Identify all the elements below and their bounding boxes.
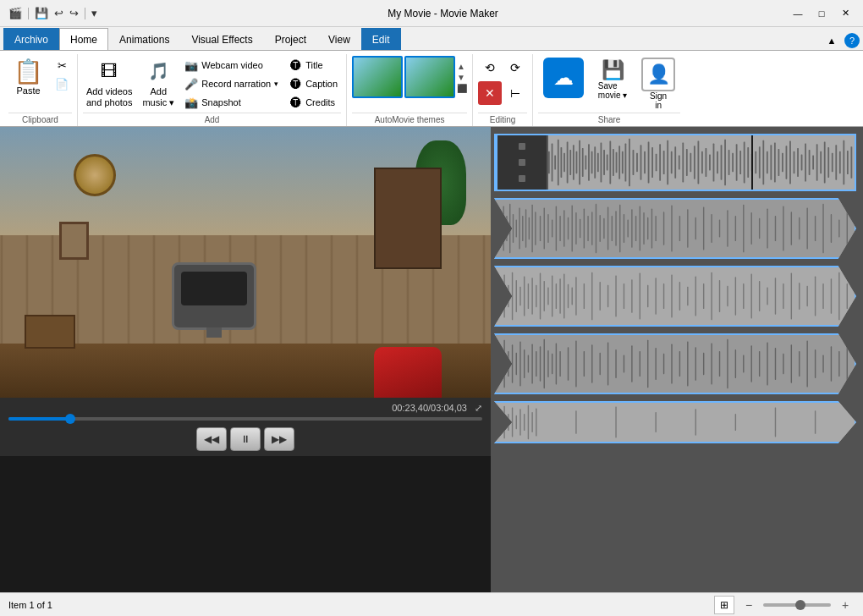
clipboard-content[interactable]: 📋 Paste ✂ 📄 <box>8 54 72 113</box>
help-button[interactable]: ? <box>844 33 860 48</box>
add-videos-button[interactable]: 🎞 Add videosand photos <box>83 56 135 110</box>
title-button[interactable]: 🅣 Title <box>285 56 341 74</box>
theme-item-sky[interactable] <box>352 56 403 98</box>
add-content[interactable]: 🎞 Add videosand photos 🎵 Addmusic ▾ 📷 We… <box>83 54 341 113</box>
record-narration-button[interactable]: 🎤 Record narration ▾ <box>181 74 282 93</box>
timeline-scroll[interactable] <box>491 127 863 592</box>
rotate-right-button[interactable]: ⟳ <box>503 56 527 80</box>
window-controls[interactable]: — □ ✕ <box>787 5 856 22</box>
svg-rect-238 <box>671 344 672 383</box>
svg-rect-205 <box>831 278 832 314</box>
share-col[interactable]: 💾 Savemovie ▾ <box>592 56 633 102</box>
window-title: My Movie - Movie Maker <box>99 8 787 19</box>
sign-in-button[interactable]: 👤 Signin <box>636 56 680 112</box>
tab-home[interactable]: Home <box>59 28 108 50</box>
timeline-clip-3[interactable] <box>494 266 856 327</box>
save-qat-button[interactable]: 💾 <box>33 5 50 21</box>
timeline-clip-5[interactable] <box>494 401 856 443</box>
minimize-button[interactable]: — <box>787 5 809 22</box>
automovie-content[interactable]: ▲ ▼ ⬛ <box>352 54 467 113</box>
svg-rect-192 <box>727 286 728 307</box>
svg-rect-172 <box>572 288 573 305</box>
theme-scroll-up[interactable]: ▲ <box>457 62 467 71</box>
svg-rect-95 <box>525 209 526 247</box>
tab-view[interactable]: View <box>317 28 361 50</box>
webcam-icon: 📷 <box>184 58 198 72</box>
credits-button[interactable]: 🅣 Credits <box>285 93 341 112</box>
storyboard-view-button[interactable]: ⊞ <box>714 596 734 614</box>
split-button[interactable]: ⊢ <box>503 81 527 105</box>
trim-button[interactable]: ✕ <box>478 81 502 105</box>
zoom-thumb[interactable] <box>795 600 805 610</box>
redo-button[interactable]: ↪ <box>68 5 80 21</box>
quick-access-toolbar[interactable]: 🎬 💾 ↩ ↪ ▾ <box>7 5 99 21</box>
progress-thumb[interactable] <box>65 414 75 424</box>
svg-rect-232 <box>624 355 624 373</box>
text-col[interactable]: 🅣 Title 🅣 Caption 🅣 Credits <box>285 56 341 112</box>
svg-rect-209 <box>500 347 501 381</box>
svg-rect-260 <box>847 343 848 384</box>
tab-archivo[interactable]: Archivo <box>3 28 59 50</box>
svg-rect-196 <box>759 281 760 311</box>
svg-rect-30 <box>640 145 642 179</box>
caption-button[interactable]: 🅣 Caption <box>285 74 341 93</box>
zoom-out-button[interactable]: − <box>739 596 758 614</box>
share-content[interactable]: ☁ 💾 Savemovie ▾ 👤 Signin <box>538 54 680 113</box>
add-music-button[interactable]: 🎵 Addmusic ▾ <box>139 56 178 110</box>
qat-dropdown[interactable]: ▾ <box>90 5 99 21</box>
zoom-in-button[interactable]: + <box>836 596 855 614</box>
tab-animations[interactable]: Animations <box>108 28 180 50</box>
editing-buttons[interactable]: ⟲ ⟳ ✕ ⊢ <box>478 56 527 105</box>
svg-rect-137 <box>727 210 728 246</box>
rewind-button[interactable]: ◀◀ <box>196 427 227 451</box>
svg-rect-246 <box>735 349 736 378</box>
maximize-button[interactable]: □ <box>811 5 833 22</box>
pause-button[interactable]: ⏸ <box>230 427 261 451</box>
ribbon-nav[interactable]: ▲ ? <box>822 31 860 50</box>
rotate-left-button[interactable]: ⟲ <box>478 56 502 80</box>
theme-scroll-down[interactable]: ▼ <box>457 73 467 82</box>
theme-expand[interactable]: ⬛ <box>457 84 467 93</box>
ribbon-scroll-up[interactable]: ▲ <box>822 31 841 50</box>
tab-visual-effects[interactable]: Visual Effects <box>180 28 263 50</box>
copy-button[interactable]: 📄 <box>52 74 72 93</box>
svg-rect-11 <box>579 140 580 185</box>
svg-rect-138 <box>735 216 736 241</box>
app-icon: 🎬 <box>7 5 24 21</box>
ribbon-tabs[interactable]: Archivo Home Animations Visual Effects P… <box>0 27 863 51</box>
svg-rect-204 <box>822 283 823 309</box>
editing-row1[interactable]: ⟲ ⟳ <box>478 56 527 80</box>
paste-button[interactable]: 📋 Paste <box>8 56 48 97</box>
undo-button[interactable]: ↩ <box>52 5 65 21</box>
status-right[interactable]: ⊞ − + <box>714 596 855 614</box>
svg-rect-136 <box>719 220 720 238</box>
editing-row2[interactable]: ✕ ⊢ <box>478 81 527 105</box>
close-button[interactable]: ✕ <box>834 5 856 22</box>
timeline-clip-1[interactable] <box>494 134 856 191</box>
svg-rect-264 <box>508 414 508 431</box>
themes-container[interactable]: ▲ ▼ ⬛ <box>352 56 467 98</box>
snapshot-button[interactable]: 📸 Snapshot <box>181 93 282 112</box>
onedrive-button[interactable]: ☁ <box>538 56 589 100</box>
zoom-slider[interactable] <box>763 603 831 607</box>
theme-item-gray[interactable] <box>404 56 455 98</box>
tab-edit[interactable]: Edit <box>361 28 401 50</box>
forward-button[interactable]: ▶▶ <box>264 427 294 451</box>
narration-col[interactable]: 📷 Webcam video 🎤 Record narration ▾ 📸 Sn… <box>181 56 282 112</box>
svg-rect-107 <box>572 206 573 252</box>
svg-rect-242 <box>703 353 704 375</box>
tab-project[interactable]: Project <box>264 28 317 50</box>
narration-dropdown[interactable]: ▾ <box>274 80 278 88</box>
editing-content[interactable]: ⟲ ⟳ ✕ ⊢ <box>478 54 527 113</box>
expand-button[interactable]: ⤢ <box>475 403 482 413</box>
playback-controls[interactable]: ◀◀ ⏸ ▶▶ <box>8 427 482 451</box>
svg-rect-193 <box>735 277 736 315</box>
timeline-clip-2[interactable] <box>494 198 856 259</box>
timeline-clip-4[interactable] <box>494 333 856 394</box>
theme-scroll[interactable]: ▲ ▼ ⬛ <box>457 62 467 93</box>
cut-copy-group[interactable]: ✂ 📄 <box>52 56 72 93</box>
progress-bar[interactable] <box>8 417 482 421</box>
save-movie-button[interactable]: 💾 Savemovie ▾ <box>592 58 633 102</box>
webcam-video-button[interactable]: 📷 Webcam video <box>181 56 282 74</box>
cut-button[interactable]: ✂ <box>52 56 72 74</box>
